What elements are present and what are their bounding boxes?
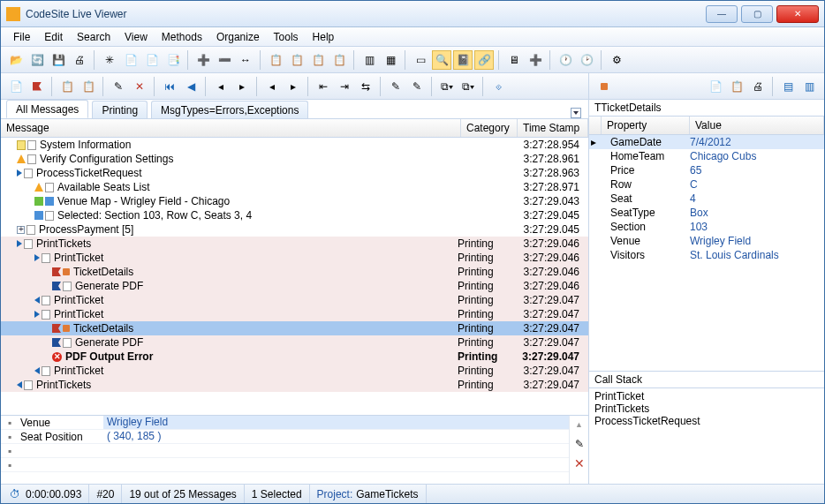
tab-2[interactable]: MsgTypes=Errors,Exceptions xyxy=(151,101,308,118)
print-icon[interactable]: 🖨 xyxy=(70,50,89,70)
red-flag-icon[interactable] xyxy=(27,77,47,96)
settings-icon[interactable]: ⚙ xyxy=(607,50,626,70)
message-row[interactable]: System Information3:27:28.954 xyxy=(1,138,588,152)
property-row[interactable]: Price65 xyxy=(589,163,824,177)
menu-item-methods[interactable]: Methods xyxy=(155,29,209,45)
tool-icon-6[interactable]: ➖ xyxy=(215,50,234,70)
message-row[interactable]: Selected: Section 103, Row C, Seats 3, 4… xyxy=(1,208,588,222)
col-header-value[interactable]: Value xyxy=(690,117,824,134)
tree-icon-1[interactable]: ⇤ xyxy=(314,77,333,96)
maximize-button[interactable]: ▢ xyxy=(741,5,773,23)
property-row[interactable]: VisitorsSt. Louis Cardinals xyxy=(589,248,824,262)
edit-icon[interactable]: ✎ xyxy=(109,77,128,96)
message-row[interactable]: Generate PDFPrinting3:27:29.046 xyxy=(1,279,588,293)
menu-item-search[interactable]: Search xyxy=(70,29,117,45)
details-copy2-icon[interactable]: 📋 xyxy=(727,77,746,96)
nav-icon-4[interactable]: ▸ xyxy=(284,77,303,96)
col-header-property[interactable]: Property xyxy=(602,117,690,134)
message-row[interactable]: PrintTicketsPrinting3:27:29.047 xyxy=(1,378,588,392)
tab-1[interactable]: Printing xyxy=(92,101,148,118)
callstack-item[interactable]: PrintTicket xyxy=(594,390,819,402)
new-tab-icon[interactable]: 📄 xyxy=(6,77,26,96)
grid-value[interactable]: ( 340, 185 ) xyxy=(103,430,569,444)
tool-icon-1[interactable]: ✳ xyxy=(100,50,119,70)
property-row[interactable]: ▸GameDate7/4/2012 xyxy=(589,135,824,149)
tab-0[interactable]: All Messages xyxy=(6,100,88,118)
tool-icon-7[interactable]: ↔ xyxy=(236,50,255,70)
message-row[interactable]: ProcessPayment [5]3:27:29.045 xyxy=(1,222,588,237)
message-row[interactable]: PrintTicketsPrinting3:27:29.046 xyxy=(1,237,588,251)
message-row[interactable]: TicketDetailsPrinting3:27:29.046 xyxy=(1,265,588,279)
open-icon[interactable]: 📂 xyxy=(6,50,26,70)
search-icon[interactable]: 🔍 xyxy=(432,50,451,70)
col-header-message[interactable]: Message xyxy=(1,119,461,137)
note-icon[interactable]: 📓 xyxy=(453,50,473,70)
details-pin-icon[interactable] xyxy=(594,77,614,96)
grid-icon[interactable]: ▦ xyxy=(381,50,400,70)
menu-item-edit[interactable]: Edit xyxy=(37,29,70,45)
message-row[interactable]: PrintTicketPrinting3:27:29.047 xyxy=(1,307,588,321)
callstack-item[interactable]: PrintTickets xyxy=(594,402,819,415)
nav-icon-3[interactable]: ◂ xyxy=(262,77,282,96)
callstack-item[interactable]: ProcessTicketRequest xyxy=(594,415,819,427)
tool-icon-5[interactable]: ➕ xyxy=(193,50,213,70)
mark-icon-1[interactable]: ✎ xyxy=(386,77,405,96)
tool-icon-8[interactable]: 📋 xyxy=(266,50,285,70)
col-header-timestamp[interactable]: Time Stamp xyxy=(518,119,588,137)
refresh-icon[interactable]: 🔄 xyxy=(27,50,47,70)
message-row[interactable]: Venue Map - Wrigley Field - Chicago3:27:… xyxy=(1,194,588,208)
time-icon-1[interactable]: 🕐 xyxy=(556,50,575,70)
time-icon-2[interactable]: 🕑 xyxy=(577,50,596,70)
property-row[interactable]: VenueWrigley Field xyxy=(589,234,824,248)
tool-icon-10[interactable]: 📋 xyxy=(308,50,328,70)
minimize-button[interactable]: — xyxy=(706,5,738,23)
message-row[interactable]: PrintTicketPrinting3:27:29.046 xyxy=(1,251,588,265)
property-row[interactable]: Seat4 xyxy=(589,192,824,206)
message-row[interactable]: PDF Output ErrorPrinting3:27:29.047 xyxy=(1,350,588,364)
message-list[interactable]: System Information3:27:28.954Verify Conf… xyxy=(1,138,588,415)
copy-all-icon[interactable]: 📋 xyxy=(79,77,98,96)
menu-item-help[interactable]: Help xyxy=(306,29,342,45)
col-header-category[interactable]: Category xyxy=(461,119,518,137)
filter-icon-2[interactable]: ⧉▾ xyxy=(458,77,478,96)
property-row[interactable]: RowC xyxy=(589,177,824,192)
close-button[interactable]: ✕ xyxy=(776,5,819,23)
scroll-up-icon[interactable]: ▲ xyxy=(572,417,587,432)
message-row[interactable]: PrintTicketPrinting3:27:29.047 xyxy=(1,364,588,378)
details-layout2-icon[interactable]: ▥ xyxy=(799,77,819,96)
tree-icon-3[interactable]: ⇆ xyxy=(356,77,375,96)
message-row[interactable]: TicketDetailsPrinting3:27:29.047 xyxy=(1,321,588,335)
tabs-dropdown-icon[interactable] xyxy=(571,108,581,118)
details-layout1-icon[interactable]: ▤ xyxy=(778,77,798,96)
link-icon[interactable]: 🔗 xyxy=(474,50,494,70)
property-row[interactable]: Section103 xyxy=(589,220,824,234)
columns-icon[interactable]: ▥ xyxy=(360,50,379,70)
tool-icon-3[interactable]: 📄 xyxy=(142,50,162,70)
filter-icon-1[interactable]: ⧉▾ xyxy=(437,77,457,96)
monitor-icon[interactable]: 🖥 xyxy=(504,50,524,70)
code-icon[interactable]: ⟐ xyxy=(488,77,508,96)
mark-icon-2[interactable]: ✎ xyxy=(407,77,427,96)
grid-value[interactable]: Wrigley Field xyxy=(103,416,569,430)
save-icon[interactable]: 💾 xyxy=(49,50,68,70)
details-print-icon[interactable]: 🖨 xyxy=(748,77,768,96)
prev-icon[interactable]: ◀ xyxy=(181,77,201,96)
panel-icon[interactable]: ▭ xyxy=(411,50,430,70)
nav-icon-2[interactable]: ▸ xyxy=(232,77,252,96)
property-row[interactable]: SeatTypeBox xyxy=(589,206,824,220)
menu-item-tools[interactable]: Tools xyxy=(267,29,306,45)
details-copy-icon[interactable]: 📄 xyxy=(706,77,725,96)
inspector-edit-icon[interactable]: ✎ xyxy=(572,437,587,451)
message-row[interactable]: Available Seats List3:27:28.971 xyxy=(1,180,588,194)
tree-icon-2[interactable]: ⇥ xyxy=(335,77,354,96)
delete-icon[interactable]: ✕ xyxy=(130,77,149,96)
menu-item-organize[interactable]: Organize xyxy=(209,29,267,45)
message-row[interactable]: ProcessTicketRequest3:27:28.963 xyxy=(1,166,588,180)
add-monitor-icon[interactable]: ➕ xyxy=(526,50,545,70)
menu-item-view[interactable]: View xyxy=(117,29,155,45)
tool-icon-9[interactable]: 📋 xyxy=(287,50,307,70)
menu-item-file[interactable]: File xyxy=(6,29,37,45)
property-list[interactable]: ▸GameDate7/4/2012HomeTeamChicago CubsPri… xyxy=(589,135,824,371)
inspector-delete-icon[interactable]: ✕ xyxy=(572,456,587,470)
message-row[interactable]: Verify Configuration Settings3:27:28.961 xyxy=(1,152,588,166)
